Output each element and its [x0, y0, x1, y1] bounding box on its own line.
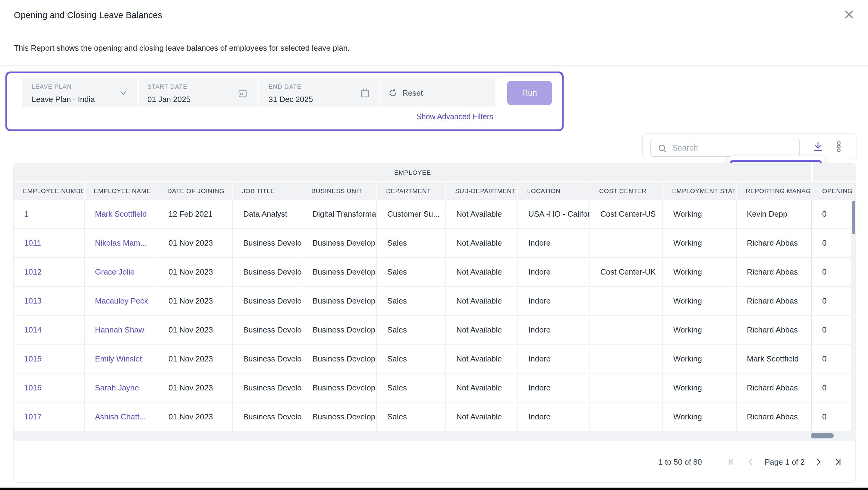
table-cell: Digital Transforma — [302, 200, 377, 228]
table-row: 1017Ashish Chatt...01 Nov 2023Business D… — [14, 403, 856, 431]
column-header-location[interactable]: LOCATION — [518, 182, 590, 200]
pagination-range: 1 to 50 of 80 — [658, 457, 702, 467]
kebab-menu-icon[interactable] — [833, 141, 845, 153]
table-cell: 01 Nov 2023 — [158, 316, 233, 344]
employee-link-cell[interactable]: Grace Jolie — [85, 258, 158, 286]
page-title: Opening and Closing Leave Balances — [14, 10, 162, 20]
report-table: EMPLOYEE EMPLOYEE NUMBEREMPLOYEE NAMEDAT… — [13, 163, 856, 483]
employee-link-cell[interactable]: 1 — [14, 200, 85, 228]
download-icon[interactable] — [812, 141, 824, 153]
employee-link-cell[interactable]: Emily Winslet — [85, 345, 158, 373]
table-cell: Business Develop — [233, 403, 302, 431]
chevron-down-icon — [119, 89, 127, 97]
table-cell: Mark Scottfield — [737, 345, 811, 373]
table-cell: 01 Nov 2023 — [158, 229, 233, 257]
leave-plan-label: LEAVE PLAN — [32, 83, 72, 90]
calendar-icon — [360, 88, 370, 98]
column-header-sub-department[interactable]: SUB-DEPARTMENT — [446, 182, 518, 200]
column-header-employee-name[interactable]: EMPLOYEE NAME — [85, 182, 158, 200]
employee-link-cell[interactable]: 1015 — [14, 345, 85, 373]
start-date-field[interactable]: START DATE 01 Jan 2025 — [138, 79, 258, 108]
horizontal-scrollbar — [14, 431, 856, 440]
employee-link-cell[interactable]: Nikolas Mam... — [85, 229, 158, 257]
table-cell: 01 Nov 2023 — [158, 258, 233, 286]
table-cell: 0 — [811, 345, 856, 373]
table-cell: Not Available — [446, 258, 518, 286]
table-cell: Not Available — [446, 374, 518, 402]
table-cell: 0 — [811, 258, 856, 286]
employee-link-cell[interactable]: Sarah Jayne — [85, 374, 158, 402]
table-row: 1014Hannah Shaw01 Nov 2023Business Devel… — [14, 316, 856, 345]
table-cell: Cost Center-US — [590, 200, 663, 228]
table-cell: 0 — [811, 316, 856, 344]
table-cell: Business Develop — [233, 258, 302, 286]
search-icon — [658, 144, 667, 153]
employee-link-cell[interactable]: 1016 — [14, 374, 85, 402]
table-cell: Working — [663, 229, 737, 257]
table-cell: Indore — [518, 287, 590, 315]
employee-link-cell[interactable]: 1012 — [14, 258, 85, 286]
column-header-job-title[interactable]: JOB TITLE — [233, 182, 302, 200]
employee-link-cell[interactable]: Ashish Chatt... — [85, 403, 158, 431]
vertical-scrollbar-thumb[interactable] — [852, 201, 856, 234]
table-cell: Kevin Depp — [737, 200, 811, 228]
first-page-icon[interactable] — [726, 457, 736, 467]
table-cell: Business Develop — [302, 316, 377, 344]
table-cell — [590, 287, 663, 315]
table-cell: Cost Center-UK — [590, 258, 663, 286]
title-divider — [0, 30, 868, 30]
table-cell: Richard Abbas — [737, 316, 811, 344]
leave-plan-select[interactable]: LEAVE PLAN Leave Plan - India — [22, 79, 137, 108]
column-header-employee-number[interactable]: EMPLOYEE NUMBER — [14, 182, 85, 200]
table-cell: Business Develop — [302, 345, 377, 373]
employee-link-cell[interactable]: Mark Scottfield — [85, 200, 158, 228]
column-header-date-of-joining[interactable]: DATE OF JOINING — [158, 182, 233, 200]
employee-link-cell[interactable]: Hannah Shaw — [85, 316, 158, 344]
table-cell: 01 Nov 2023 — [158, 374, 233, 402]
employee-link-cell[interactable]: 1011 — [14, 229, 85, 257]
table-cell: Not Available — [446, 345, 518, 373]
table-cell: Working — [663, 258, 737, 286]
table-cell: 0 — [811, 403, 856, 431]
table-body: 1Mark Scottfield12 Feb 2021Data AnalystD… — [14, 200, 856, 431]
report-modal: Opening and Closing Leave Balances This … — [0, 0, 868, 490]
table-cell: Business Develop — [302, 374, 377, 402]
table-cell — [590, 374, 663, 402]
table-row: 1016Sarah Jayne01 Nov 2023Business Devel… — [14, 374, 856, 403]
vertical-scrollbar — [851, 200, 856, 431]
report-description: This Report shows the opening and closin… — [14, 44, 350, 53]
horizontal-scrollbar-thumb[interactable] — [811, 433, 834, 438]
next-page-icon[interactable] — [814, 457, 824, 467]
table-cell: Sales — [377, 374, 446, 402]
search-input-wrapper — [650, 139, 800, 157]
employee-link-cell[interactable]: 1013 — [14, 287, 85, 315]
end-date-field[interactable]: END DATE 31 Dec 2025 — [259, 79, 380, 108]
close-icon[interactable] — [843, 8, 855, 21]
column-header-department[interactable]: DEPARTMENT — [377, 182, 446, 200]
column-header-cost-center[interactable]: COST CENTER — [590, 182, 663, 200]
table-cell: Indore — [518, 258, 590, 286]
column-header-employment-statu[interactable]: EMPLOYMENT STATU — [663, 182, 737, 200]
table-cell — [590, 229, 663, 257]
column-header-reporting-manage[interactable]: REPORTING MANAGE — [737, 182, 811, 200]
employee-link-cell[interactable]: 1014 — [14, 316, 85, 344]
employee-link-cell[interactable]: Macauley Peck — [85, 287, 158, 315]
table-cell: 12 Feb 2021 — [158, 200, 233, 228]
table-row: 1013Macauley Peck01 Nov 2023Business Dev… — [14, 287, 856, 316]
employee-link-cell[interactable]: 1017 — [14, 403, 85, 431]
table-cell: Richard Abbas — [737, 374, 811, 402]
last-page-icon[interactable] — [833, 457, 843, 467]
table-cell: Business Develop — [302, 258, 377, 286]
search-input[interactable] — [672, 139, 796, 156]
run-button[interactable]: Run — [507, 81, 552, 105]
column-header-opening-ba[interactable]: OPENING BA — [813, 182, 856, 200]
reset-button[interactable]: Reset — [381, 79, 495, 108]
column-header-business-unit[interactable]: BUSINESS UNIT — [302, 182, 377, 200]
previous-page-icon[interactable] — [745, 457, 755, 467]
show-advanced-filters-link[interactable]: Show Advanced Filters — [416, 112, 493, 121]
table-cell: Sales — [377, 316, 446, 344]
table-row: 1011Nikolas Mam...01 Nov 2023Business De… — [14, 229, 856, 258]
window-bottom-edge — [0, 488, 868, 490]
table-cell: Sales — [377, 403, 446, 431]
table-cell: 0 — [811, 229, 856, 257]
